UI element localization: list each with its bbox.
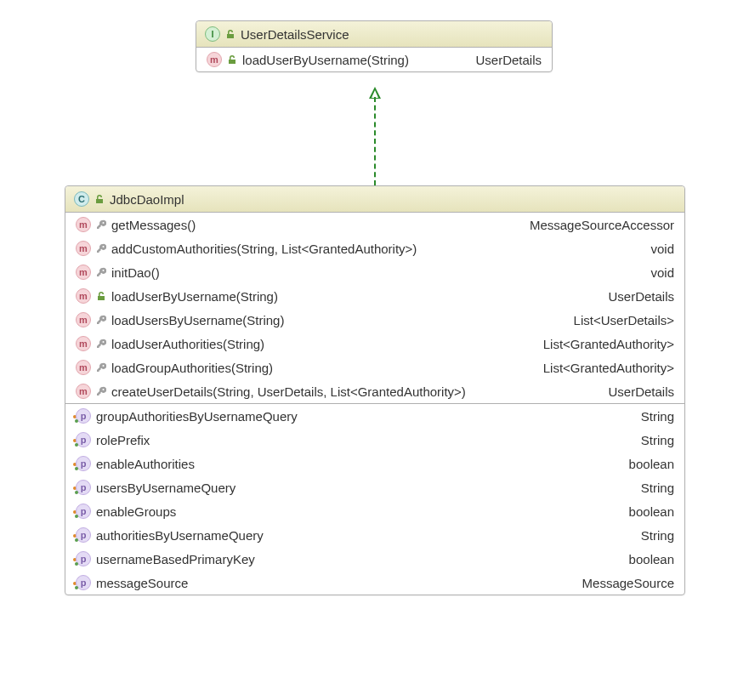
method-icon: m xyxy=(76,384,91,399)
property-icon: p xyxy=(76,456,91,471)
method-signature: loadUserByUsername(String) xyxy=(242,53,409,67)
properties-section: pgroupAuthoritiesByUsernameQueryStringpr… xyxy=(65,403,684,595)
uml-class-header: C JdbcDaoImpl xyxy=(65,186,684,213)
protected-visibility-icon xyxy=(96,362,106,373)
property-icon: p xyxy=(76,527,91,543)
method-icon: m xyxy=(76,360,91,375)
methods-section: mgetMessages()MessageSourceAccessormaddC… xyxy=(65,213,684,403)
method-return-type: void xyxy=(650,242,674,256)
method-row: mcreateUserDetails(String, UserDetails, … xyxy=(65,379,684,403)
public-visibility-icon xyxy=(96,291,106,301)
property-row: pmessageSourceMessageSource xyxy=(65,571,684,595)
property-row: pusersByUsernameQueryString xyxy=(65,475,684,499)
property-name: authoritiesByUsernameQuery xyxy=(96,528,264,543)
method-return-type: UserDetails xyxy=(475,53,542,67)
protected-visibility-icon xyxy=(96,267,106,277)
property-row: penableAuthoritiesboolean xyxy=(65,452,684,475)
method-signature: getMessages() xyxy=(111,218,196,232)
method-row: maddCustomAuthorities(String, List<Grant… xyxy=(65,236,684,260)
uml-class-box: C JdbcDaoImpl mgetMessages()MessageSourc… xyxy=(65,185,685,595)
method-icon: m xyxy=(76,336,91,351)
property-icon: p xyxy=(76,432,91,447)
protected-visibility-icon xyxy=(96,386,106,396)
method-icon: m xyxy=(76,217,91,232)
method-row: m loadUserByUsername(String) UserDetails xyxy=(196,48,552,71)
method-signature: loadUserByUsername(String) xyxy=(111,289,278,304)
arrow-dashed-line xyxy=(374,97,376,185)
property-icon: p xyxy=(76,408,91,424)
protected-visibility-icon xyxy=(96,315,106,325)
method-icon: m xyxy=(76,288,91,304)
method-icon: m xyxy=(76,312,91,327)
property-type: String xyxy=(641,528,674,543)
method-row: mloadGroupAuthorities(String)List<Grante… xyxy=(65,356,684,379)
method-icon: m xyxy=(207,52,222,67)
property-name: usersByUsernameQuery xyxy=(96,481,235,495)
property-icon: p xyxy=(76,551,91,566)
property-name: enableAuthorities xyxy=(96,457,195,471)
method-return-type: void xyxy=(650,265,674,280)
public-visibility-icon xyxy=(225,29,235,39)
property-row: prolePrefixString xyxy=(65,428,684,452)
method-signature: loadGroupAuthorities(String) xyxy=(111,361,273,375)
property-type: String xyxy=(641,481,674,495)
property-row: pusernameBasedPrimaryKeyboolean xyxy=(65,547,684,571)
uml-interface-header: I UserDetailsService xyxy=(196,21,552,48)
public-visibility-icon xyxy=(227,54,237,65)
interface-name: UserDetailsService xyxy=(241,27,349,42)
method-icon: m xyxy=(76,265,91,280)
method-row: mgetMessages()MessageSourceAccessor xyxy=(65,213,684,236)
method-row: minitDao()void xyxy=(65,260,684,284)
method-signature: loadUserAuthorities(String) xyxy=(111,337,264,351)
property-row: penableGroupsboolean xyxy=(65,499,684,523)
class-icon: C xyxy=(74,191,89,207)
property-name: messageSource xyxy=(96,576,188,590)
method-row: mloadUserAuthorities(String)List<Granted… xyxy=(65,332,684,356)
property-icon: p xyxy=(76,480,91,495)
method-row: mloadUsersByUsername(String)List<UserDet… xyxy=(65,308,684,332)
method-return-type: MessageSourceAccessor xyxy=(530,218,674,232)
class-name: JdbcDaoImpl xyxy=(110,192,184,207)
property-type: boolean xyxy=(629,504,674,519)
protected-visibility-icon xyxy=(96,243,106,253)
property-icon: p xyxy=(76,504,91,519)
property-type: String xyxy=(641,433,674,447)
protected-visibility-icon xyxy=(96,219,106,230)
property-name: rolePrefix xyxy=(96,433,150,447)
realization-arrow xyxy=(366,87,383,185)
method-signature: loadUsersByUsername(String) xyxy=(111,313,284,327)
property-name: groupAuthoritiesByUsernameQuery xyxy=(96,409,298,424)
method-return-type: List<UserDetails> xyxy=(574,313,674,327)
protected-visibility-icon xyxy=(96,339,106,349)
property-row: pauthoritiesByUsernameQueryString xyxy=(65,523,684,547)
uml-interface-box: I UserDetailsService m loadUserByUsernam… xyxy=(196,20,553,72)
property-type: MessageSource xyxy=(582,576,674,590)
method-signature: createUserDetails(String, UserDetails, L… xyxy=(111,384,466,399)
method-icon: m xyxy=(76,241,91,256)
property-type: String xyxy=(641,409,674,424)
property-icon: p xyxy=(76,575,91,590)
property-name: enableGroups xyxy=(96,504,176,519)
method-return-type: List<GrantedAuthority> xyxy=(543,337,674,351)
method-return-type: UserDetails xyxy=(608,289,674,304)
method-row: mloadUserByUsername(String)UserDetails xyxy=(65,284,684,308)
method-return-type: List<GrantedAuthority> xyxy=(543,361,674,375)
method-signature: initDao() xyxy=(111,265,160,280)
method-return-type: UserDetails xyxy=(608,384,674,399)
method-signature: addCustomAuthorities(String, List<Grante… xyxy=(111,242,417,256)
property-row: pgroupAuthoritiesByUsernameQueryString xyxy=(65,404,684,428)
property-type: boolean xyxy=(629,457,674,471)
property-type: boolean xyxy=(629,552,674,566)
public-visibility-icon xyxy=(94,194,105,204)
property-name: usernameBasedPrimaryKey xyxy=(96,552,255,566)
interface-icon: I xyxy=(205,26,220,42)
